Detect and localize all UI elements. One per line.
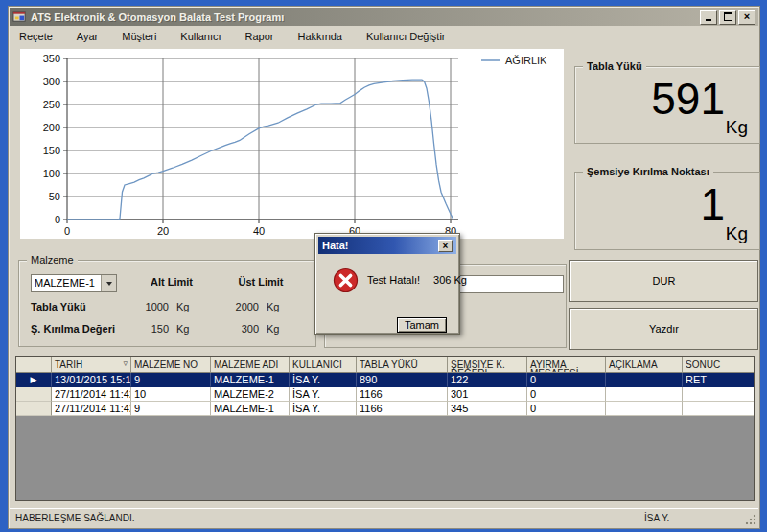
semsiye-kirilma-unit: Kg (726, 223, 748, 244)
table-cell[interactable]: 1166 (357, 387, 448, 402)
semsiye-kirilma-value: 1 (700, 182, 725, 226)
table-cell[interactable]: 13/01/2015 15:11 (52, 373, 131, 387)
dialog-title: Hata! (322, 240, 349, 251)
status-bar: HABERLEŞME SAĞLANDI. İSA Y. (10, 508, 758, 527)
table-row[interactable]: 27/11/2014 11:4210MALZEME-2İSA Y.1166301… (16, 387, 754, 402)
table-cell[interactable]: MALZEME-1 (211, 402, 290, 416)
column-header-2[interactable]: MALZEME ADI (211, 357, 290, 373)
limit-row-label: Ş. Kırılma Değeri (31, 323, 115, 335)
title-bar[interactable]: ATS Elektronik & Otomasyon Balata Test P… (10, 8, 758, 26)
table-cell[interactable]: 122 (448, 373, 527, 387)
limit-unit: Kg (267, 301, 279, 312)
dialog-ok-button[interactable]: Tamam (397, 317, 447, 333)
dialog-message-value: 306 Kg (433, 274, 467, 286)
column-header-0[interactable]: ▿TARİH (52, 357, 131, 373)
table-cell[interactable]: 890 (357, 373, 448, 387)
dialog-title-bar[interactable]: Hata! × (318, 237, 456, 254)
column-header-3[interactable]: KULLANICI (290, 357, 357, 373)
status-message: HABERLEŞME SAĞLANDI. (15, 513, 134, 523)
table-cell[interactable]: MALZEME-2 (211, 387, 290, 402)
table-header-row: ▿TARİHMALZEME NOMALZEME ADIKULLANICITABL… (16, 357, 754, 373)
table-cell[interactable]: İSA Y. (290, 373, 357, 387)
column-header-4[interactable]: TABLA YÜKÜ (357, 357, 448, 373)
dialog-close-button[interactable]: × (438, 240, 453, 252)
column-header-7[interactable]: AÇIKLAMA (606, 357, 683, 373)
minimize-button[interactable] (700, 10, 717, 25)
error-icon (333, 267, 359, 293)
menu-item-m-teri[interactable]: Müşteri (122, 31, 156, 42)
table-row[interactable]: ▶13/01/2015 15:119MALZEME-1İSA Y.8901220… (16, 373, 754, 387)
resize-grip-icon[interactable] (745, 514, 756, 525)
menu-bar: ReçeteAyarMüşteriKullanıcıRaporHakkındaK… (10, 26, 758, 46)
svg-text:0: 0 (64, 225, 70, 237)
table-cell[interactable] (683, 387, 755, 402)
svg-text:0: 0 (55, 214, 60, 225)
limit-unit: Kg (267, 323, 279, 335)
malzeme-combobox[interactable]: MALZEME-1 (31, 274, 117, 292)
table-cell[interactable] (683, 402, 755, 416)
maximize-icon (724, 12, 732, 21)
svg-text:250: 250 (43, 99, 60, 110)
alt-limit-header: Alt Limit (138, 276, 205, 288)
tabla-yuku-panel: Tabla Yükü 591 Kg (574, 66, 760, 144)
table-cell[interactable]: 345 (448, 402, 527, 416)
table-cell[interactable]: 27/11/2014 11:42 (52, 387, 131, 402)
dialog-body: Test Hatalı!306 Kg (315, 257, 459, 303)
table-cell[interactable]: İSA Y. (290, 387, 357, 402)
table-cell[interactable]: 0 (527, 387, 606, 402)
yazdir-button[interactable]: Yazdır (569, 308, 758, 350)
results-table[interactable]: ▿TARİHMALZEME NOMALZEME ADIKULLANICITABL… (15, 356, 755, 501)
row-selector[interactable] (16, 387, 52, 402)
column-header-1[interactable]: MALZEME NO (131, 357, 211, 373)
menu-item-kullan-c-de-i-tir[interactable]: Kullanıcı Değiştir (366, 31, 446, 42)
maximize-button[interactable] (719, 10, 736, 25)
weight-chart-svg: 050100150200250300350020406080AĞIRLIK (20, 49, 564, 239)
desktop-background: ATS Elektronik & Otomasyon Balata Test P… (0, 0, 767, 532)
svg-text:200: 200 (43, 122, 60, 133)
limit-value: 150 (111, 323, 169, 335)
table-cell[interactable]: 9 (131, 373, 211, 387)
table-cell[interactable]: 9 (131, 402, 211, 416)
menu-item-ayar[interactable]: Ayar (77, 31, 98, 42)
table-cell[interactable]: RET (683, 373, 755, 387)
tabla-yuku-title: Tabla Yükü (583, 60, 646, 72)
table-cell[interactable]: 27/11/2014 11:42 (52, 402, 131, 416)
ust-limit-header: Üst Limit (227, 276, 294, 288)
error-dialog: Hata! × Test Hatalı!306 Kg Tamam (314, 233, 460, 335)
dur-button[interactable]: DUR (569, 260, 758, 302)
row-selector[interactable]: ▶ (16, 373, 52, 387)
svg-text:50: 50 (49, 191, 60, 202)
row-selector[interactable] (16, 402, 52, 416)
dialog-message: Test Hatalı!306 Kg (367, 274, 467, 286)
semsiye-kirilma-panel: Şemsiye Kırılma Noktası 1 Kg (574, 172, 760, 250)
minimize-icon (706, 19, 711, 21)
combo-dropdown-button[interactable] (101, 275, 116, 291)
table-cell[interactable]: MALZEME-1 (211, 373, 290, 387)
table-cell[interactable] (606, 387, 683, 402)
column-header-6[interactable]: AYIRMA MESAFESİ (527, 357, 606, 373)
menu-item-rapor[interactable]: Rapor (245, 31, 274, 42)
svg-text:40: 40 (253, 225, 265, 237)
table-row[interactable]: 27/11/2014 11:429MALZEME-1İSA Y.11663450 (16, 402, 754, 416)
menu-item-kullan-c-[interactable]: Kullanıcı (180, 31, 221, 42)
chevron-down-icon (106, 282, 112, 289)
tabla-yuku-unit: Kg (726, 117, 748, 138)
table-cell[interactable] (606, 402, 683, 416)
window-title: ATS Elektronik & Otomasyon Balata Test P… (31, 12, 696, 23)
limit-value: 300 (201, 323, 259, 335)
semsiye-kirilma-title: Şemsiye Kırılma Noktası (583, 166, 713, 177)
table-cell[interactable] (606, 373, 683, 387)
table-cell[interactable]: İSA Y. (290, 402, 357, 416)
table-cell[interactable]: 0 (527, 402, 606, 416)
close-button[interactable]: × (738, 10, 755, 25)
table-cell[interactable]: 301 (448, 387, 527, 402)
table-cell[interactable]: 0 (527, 373, 606, 387)
menu-item-re-ete[interactable]: Reçete (19, 31, 53, 42)
limit-value: 1000 (111, 301, 169, 312)
column-header-8[interactable]: SONUC (683, 357, 755, 373)
column-header-5[interactable]: ŞEMSİYE K. DEĞERİ (448, 357, 527, 373)
window-controls: × (700, 10, 755, 25)
table-cell[interactable]: 1166 (357, 402, 448, 416)
menu-item-hakk-nda[interactable]: Hakkında (298, 31, 342, 42)
table-cell[interactable]: 10 (131, 387, 211, 402)
